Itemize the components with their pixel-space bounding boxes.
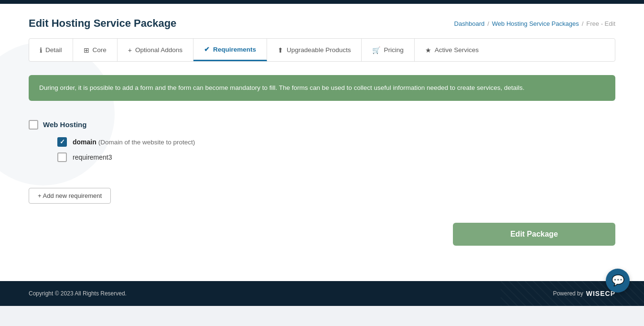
tab-core[interactable]: ⊞ Core — [73, 39, 118, 61]
breadcrumb-current: Free - Edit — [586, 20, 615, 27]
wisecp-brand: WISECP — [586, 290, 615, 297]
web-hosting-label: Web Hosting — [43, 120, 86, 129]
breadcrumb-sep2: / — [582, 20, 584, 27]
core-icon: ⊞ — [84, 46, 89, 54]
tab-optional-addons-label: Optional Addons — [135, 46, 182, 54]
footer-powered-by: Powered by WISECP — [553, 290, 615, 297]
breadcrumb-packages[interactable]: Web Hosting Service Packages — [492, 20, 579, 27]
info-icon: ℹ — [40, 46, 42, 54]
web-hosting-section: Web Hosting domain (Domain of the websit… — [29, 120, 615, 162]
tab-optional-addons[interactable]: + Optional Addons — [118, 39, 193, 61]
main-content: Edit Hosting Service Package Dashboard /… — [0, 4, 644, 281]
web-hosting-header: Web Hosting — [29, 120, 615, 130]
requirement3-checkbox[interactable] — [57, 152, 67, 162]
list-item: requirement3 — [57, 152, 615, 162]
tab-active-services[interactable]: ★ Active Services — [415, 39, 489, 61]
breadcrumb: Dashboard / Web Hosting Service Packages… — [454, 20, 615, 27]
tab-requirements-label: Requirements — [213, 46, 256, 53]
plus-icon: + — [128, 46, 132, 54]
content-area: Web Hosting domain (Domain of the websit… — [29, 115, 615, 246]
domain-checkbox[interactable] — [57, 137, 67, 147]
powered-by-label: Powered by — [553, 290, 583, 297]
breadcrumb-sep1: / — [487, 20, 489, 27]
tab-detail[interactable]: ℹ Detail — [29, 39, 73, 61]
requirements-list: domain (Domain of the website to protect… — [29, 137, 615, 162]
edit-package-button[interactable]: Edit Package — [453, 223, 615, 246]
cart-icon: 🛒 — [372, 46, 380, 54]
tab-active-services-label: Active Services — [435, 46, 479, 54]
footer-copyright: Copyright © 2023 All Rights Reserved. — [29, 290, 127, 297]
chat-icon: 💬 — [612, 274, 624, 287]
check-icon: ✔ — [204, 45, 210, 53]
tabs-nav: ℹ Detail ⊞ Core + Optional Addons ✔ Requ… — [29, 38, 615, 62]
requirement3-label: requirement3 — [73, 153, 112, 161]
top-bar — [0, 0, 644, 4]
tab-detail-label: Detail — [45, 46, 62, 54]
breadcrumb-dashboard[interactable]: Dashboard — [454, 20, 485, 27]
tab-pricing-label: Pricing — [384, 46, 403, 54]
footer: Copyright © 2023 All Rights Reserved. Po… — [0, 281, 644, 306]
info-banner-text: During order, it is possible to add a fo… — [39, 84, 525, 91]
list-item: domain (Domain of the website to protect… — [57, 137, 615, 147]
star-icon: ★ — [425, 46, 431, 54]
page-title: Edit Hosting Service Package — [29, 17, 176, 30]
chat-button[interactable]: 💬 — [606, 269, 630, 293]
tab-upgradeable-products-label: Upgradeable Products — [287, 46, 351, 54]
add-requirement-button[interactable]: + Add new requirement — [29, 188, 111, 204]
tab-core-label: Core — [93, 46, 107, 54]
tab-requirements[interactable]: ✔ Requirements — [193, 39, 267, 61]
domain-label: domain (Domain of the website to protect… — [73, 138, 195, 146]
upgrade-icon: ⬆ — [278, 46, 283, 54]
page-header: Edit Hosting Service Package Dashboard /… — [29, 4, 615, 38]
web-hosting-checkbox[interactable] — [29, 120, 38, 130]
info-banner: During order, it is possible to add a fo… — [29, 75, 615, 101]
tab-upgradeable-products[interactable]: ⬆ Upgradeable Products — [267, 39, 362, 61]
tab-pricing[interactable]: 🛒 Pricing — [362, 39, 414, 61]
